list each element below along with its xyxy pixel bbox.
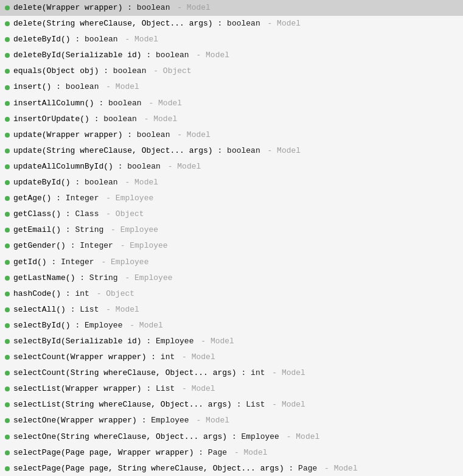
- list-item[interactable]: update(String whereClause, Object... arg…: [0, 143, 463, 159]
- list-item[interactable]: getGender() : Integer - Employee: [0, 238, 463, 254]
- method-dot-icon: [5, 164, 10, 169]
- method-signature: selectById() : Employee - Model: [13, 319, 163, 332]
- method-signature: deleteById(Serializable id) : boolean - …: [13, 49, 229, 62]
- method-dot-icon: [5, 69, 10, 74]
- list-item[interactable]: selectCount(Wrapper wrapper) : int - Mod…: [0, 349, 463, 365]
- list-item[interactable]: selectCount(String whereClause, Object..…: [0, 365, 463, 381]
- method-dot-icon: [5, 53, 10, 58]
- method-signature: selectOne(Wrapper wrapper) : Employee - …: [13, 414, 229, 427]
- method-signature: getId() : Integer - Employee: [13, 256, 148, 269]
- method-dot-icon: [5, 323, 10, 328]
- method-dot-icon: [5, 5, 10, 10]
- list-item[interactable]: delete(String whereClause, Object... arg…: [0, 16, 463, 32]
- method-dot-icon: [5, 149, 10, 153]
- list-item[interactable]: selectById() : Employee - Model: [0, 318, 463, 334]
- list-item[interactable]: delete(Wrapper wrapper) : boolean - Mode…: [0, 0, 463, 16]
- method-signature: insertOrUpdate() : boolean - Model: [13, 113, 177, 126]
- method-list: delete(Wrapper wrapper) : boolean - Mode…: [0, 0, 463, 476]
- list-item[interactable]: getLastName() : String - Employee: [0, 270, 463, 286]
- list-item[interactable]: getId() : Integer - Employee: [0, 254, 463, 270]
- list-item[interactable]: getAge() : Integer - Employee: [0, 191, 463, 206]
- list-item[interactable]: selectOne(Wrapper wrapper) : Employee - …: [0, 413, 463, 429]
- method-signature: selectById(Serializable id) : Employee -…: [13, 335, 234, 348]
- method-dot-icon: [5, 85, 10, 90]
- method-signature: updateAllColumnById() : boolean - Model: [13, 160, 201, 173]
- method-dot-icon: [5, 117, 10, 122]
- list-item[interactable]: insertOrUpdate() : boolean - Model: [0, 111, 463, 127]
- method-signature: selectCount(String whereClause, Object..…: [13, 366, 305, 380]
- method-signature: selectPage(Page page, Wrapper wrapper) :…: [13, 446, 268, 460]
- method-signature: getAge() : Integer - Employee: [13, 192, 153, 205]
- method-dot-icon: [5, 435, 10, 439]
- method-dot-icon: [5, 133, 10, 138]
- method-dot-icon: [5, 450, 10, 455]
- list-item[interactable]: selectPage(Page page, String whereClause…: [0, 461, 463, 476]
- method-signature: updateById() : boolean - Model: [13, 176, 158, 189]
- method-dot-icon: [5, 21, 10, 26]
- method-dot-icon: [5, 228, 10, 233]
- method-dot-icon: [5, 101, 10, 106]
- method-dot-icon: [5, 196, 10, 201]
- list-item[interactable]: getClass() : Class - Object: [0, 206, 463, 222]
- method-signature: insertAllColumn() : boolean - Model: [13, 97, 182, 110]
- method-dot-icon: [5, 339, 10, 344]
- list-item[interactable]: selectOne(String whereClause, Object... …: [0, 429, 463, 445]
- list-item[interactable]: insertAllColumn() : boolean - Model: [0, 96, 463, 111]
- list-item[interactable]: deleteById(Serializable id) : boolean - …: [0, 47, 463, 63]
- method-dot-icon: [5, 307, 10, 312]
- method-signature: selectOne(String whereClause, Object... …: [13, 430, 319, 444]
- method-dot-icon: [5, 243, 10, 248]
- method-signature: selectList(String whereClause, Object...…: [13, 398, 305, 411]
- list-item[interactable]: getEmail() : String - Employee: [0, 222, 463, 238]
- method-signature: getClass() : Class - Object: [13, 208, 144, 221]
- list-item[interactable]: selectList(String whereClause, Object...…: [0, 397, 463, 413]
- list-item[interactable]: selectPage(Page page, Wrapper wrapper) :…: [0, 445, 463, 461]
- method-dot-icon: [5, 212, 10, 217]
- method-signature: selectPage(Page page, String whereClause…: [13, 462, 358, 475]
- method-signature: insert() : boolean - Model: [13, 80, 139, 94]
- method-signature: getEmail() : String - Employee: [13, 223, 158, 237]
- method-signature: getLastName() : String - Employee: [13, 271, 172, 285]
- method-signature: hashCode() : int - Object: [13, 287, 134, 301]
- list-item[interactable]: hashCode() : int - Object: [0, 286, 463, 302]
- list-item[interactable]: selectAll() : List - Model: [0, 302, 463, 318]
- method-dot-icon: [5, 292, 10, 296]
- list-item[interactable]: selectById(Serializable id) : Employee -…: [0, 334, 463, 349]
- list-item[interactable]: update(Wrapper wrapper) : boolean - Mode…: [0, 127, 463, 143]
- method-signature: equals(Object obj) : boolean - Object: [13, 65, 192, 78]
- list-item[interactable]: insert() : boolean - Model: [0, 79, 463, 95]
- method-signature: selectAll() : List - Model: [13, 303, 139, 317]
- method-signature: getGender() : Integer - Employee: [13, 239, 168, 253]
- method-dot-icon: [5, 371, 10, 376]
- method-dot-icon: [5, 466, 10, 471]
- method-signature: delete(String whereClause, Object... arg…: [13, 17, 301, 30]
- method-signature: selectList(Wrapper wrapper) : List - Mod…: [13, 382, 215, 396]
- method-signature: deleteById() : boolean - Model: [13, 33, 158, 46]
- list-item[interactable]: deleteById() : boolean - Model: [0, 32, 463, 47]
- method-dot-icon: [5, 260, 10, 265]
- list-item[interactable]: updateById() : boolean - Model: [0, 175, 463, 191]
- method-dot-icon: [5, 402, 10, 407]
- method-dot-icon: [5, 276, 10, 281]
- method-signature: delete(Wrapper wrapper) : boolean - Mode…: [13, 1, 211, 15]
- method-dot-icon: [5, 180, 10, 185]
- list-item[interactable]: equals(Object obj) : boolean - Object: [0, 63, 463, 79]
- method-dot-icon: [5, 355, 10, 360]
- list-item[interactable]: updateAllColumnById() : boolean - Model: [0, 159, 463, 175]
- method-dot-icon: [5, 37, 10, 42]
- method-signature: update(Wrapper wrapper) : boolean - Mode…: [13, 128, 211, 142]
- method-dot-icon: [5, 418, 10, 423]
- list-item[interactable]: selectList(Wrapper wrapper) : List - Mod…: [0, 381, 463, 397]
- method-dot-icon: [5, 387, 10, 391]
- method-signature: selectCount(Wrapper wrapper) : int - Mod…: [13, 351, 215, 364]
- method-signature: update(String whereClause, Object... arg…: [13, 144, 301, 158]
